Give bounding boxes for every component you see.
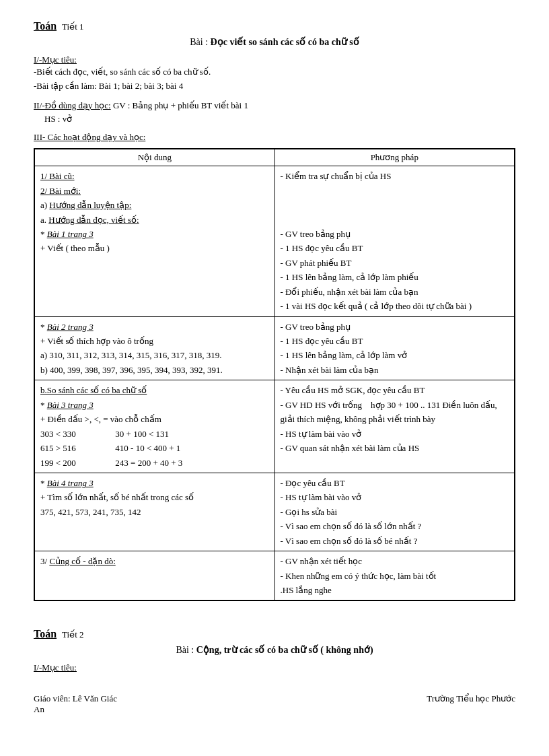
bai-moi-label: 2/ Bài mới: [40, 186, 81, 196]
table-row: * Bài 2 trang 3 + Viết số thích hợp vào … [35, 316, 515, 380]
city: An [34, 704, 44, 714]
lesson-1: Toán Tiết 1 Bài : Đọc viết so sánh các s… [34, 20, 515, 601]
table-cell-right-0: - Kiểm tra sự chuẩn bị của HS - GV treo … [274, 166, 515, 316]
table-cell-left-3: * Bài 4 trang 3 + Tìm số lớn nhất, số bé… [35, 473, 275, 551]
page: Toán Tiết 1 Bài : Đọc viết so sánh các s… [34, 20, 515, 715]
lesson-title-1: Bài : Đọc viết so sánh các số có ba chữ … [34, 36, 515, 48]
school-label: Trường Tiểu học Phước [427, 693, 515, 703]
table-row: 3/ Củng cố - dặn dò: - GV nhận xét tiết … [35, 551, 515, 600]
table-header-right: Phương pháp [274, 149, 515, 166]
tiet-label-2: Tiết 2 [62, 629, 83, 640]
table-row: 1/ Bài cũ: 2/ Bài mới: a) Hướng dẫn luyệ… [35, 166, 515, 316]
bai3-label: Bài 3 trang 3 [47, 400, 94, 410]
table-row: b.So sánh các số có ba chữ số * Bài 3 tr… [35, 380, 515, 473]
section-hoat-dong: III- Các hoạt động dạy và học: [34, 132, 515, 143]
section1-title: I/-Mục tiêu: [34, 55, 77, 65]
table-cell-left-1: * Bài 2 trang 3 + Viết số thích hợp vào … [35, 316, 275, 380]
section1-title-2: I/-Mục tiêu: [34, 662, 77, 673]
table-header-left: Nội dung [35, 149, 275, 166]
school-info: Trường Tiểu học Phước [427, 693, 515, 715]
section1-line1: -Biết cách đọc, viết, so sánh các số có … [34, 65, 515, 79]
bai-title-1: Đọc viết so sánh các số có ba chữ số [211, 37, 359, 47]
lesson-table: Nội dung Phương pháp 1/ Bài cũ: 2/ Bài m… [34, 148, 515, 601]
footer: Giáo viên: Lê Văn Giác An Trường Tiểu họ… [34, 693, 515, 715]
huong-dan-luyen-tap: Hướng dẫn luyện tập: [49, 200, 131, 210]
table-cell-right-3: - Đọc yêu cầu BT - HS tự làm bài vào vở … [274, 473, 515, 551]
teacher-label: Giáo viên: Lê Văn Giác [34, 693, 117, 703]
table-cell-left-2: b.So sánh các số có ba chữ số * Bài 3 tr… [35, 380, 275, 473]
table-cell-left-4: 3/ Củng cố - dặn dò: [35, 551, 275, 600]
bai1-label: Bài 1 trang 3 [47, 229, 94, 239]
section-do-dung: II/-Đồ dùng dạy học: GV : Bảng phụ + phi… [34, 99, 515, 127]
section3-title: III- Các hoạt động dạy và học: [34, 132, 145, 142]
table-cell-left-0: 1/ Bài cũ: 2/ Bài mới: a) Hướng dẫn luyệ… [35, 166, 275, 316]
bai-prefix-2: Bài : [176, 645, 194, 655]
section2-title: II/-Đồ dùng dạy học: [34, 100, 111, 110]
lesson-2: Toán Tiết 2 Bài : Cộng, trừ các số có ba… [34, 628, 515, 715]
huong-dan-doc-viet: Hướng dẫn đọc, viết số: [48, 215, 139, 225]
bai4-label: Bài 4 trang 3 [47, 478, 94, 488]
so-sanh-label: b.So sánh các số có ba chữ số [40, 385, 147, 395]
subject-label-2: Toán [34, 628, 57, 640]
section2-line2: HS : vở [44, 112, 515, 127]
section-muc-tieu-2: I/-Mục tiêu: [34, 662, 515, 673]
bai-cu-label: 1/ Bài cũ: [40, 171, 75, 181]
section1-line2: -Bài tập cần làm: Bài 1; bài 2; bài 3; b… [34, 79, 515, 94]
table-cell-right-1: - GV treo bảng phụ - 1 HS đọc yêu cầu BT… [274, 316, 515, 380]
teacher-info: Giáo viên: Lê Văn Giác An [34, 693, 117, 715]
table-cell-right-2: - Yêu cầu HS mở SGK, đọc yêu cầu BT - GV… [274, 380, 515, 473]
section-muc-tieu: I/-Mục tiêu: -Biết cách đọc, viết, so sá… [34, 55, 515, 94]
section2-line1: GV : Bảng phụ + phiếu BT viết bài 1 [113, 100, 248, 110]
tiet-label-1: Tiết 1 [62, 22, 83, 32]
table-row: * Bài 4 trang 3 + Tìm số lớn nhất, số bé… [35, 473, 515, 551]
bai-title-2: Cộng, trừ các số có ba chữ số ( không nh… [196, 645, 373, 655]
subject-label-1: Toán [34, 20, 57, 32]
bai-prefix-1: Bài : [190, 37, 208, 47]
bai2-label: Bài 2 trang 3 [47, 322, 94, 332]
lesson-title-2: Bài : Cộng, trừ các số có ba chữ số ( kh… [34, 644, 515, 656]
table-cell-right-4: - GV nhận xét tiết học - Khen những em c… [274, 551, 515, 600]
cung-co-label: 3/ Củng cố - dặn dò: [40, 556, 116, 566]
